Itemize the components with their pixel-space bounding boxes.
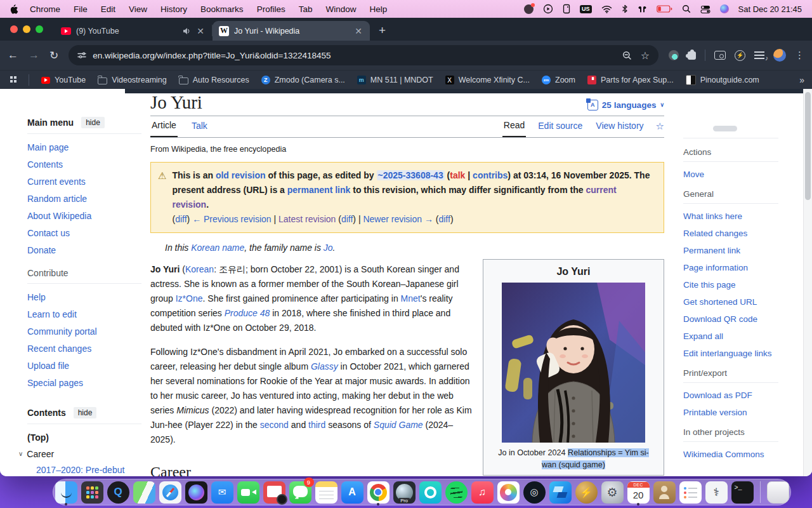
tools-link[interactable]: What links here — [683, 208, 778, 225]
sidebar-link[interactable]: Upload file — [27, 358, 141, 375]
assistant-orb-icon[interactable] — [720, 4, 729, 13]
dock-photo-booth-icon[interactable] — [263, 479, 285, 505]
sidebar-link[interactable]: Donate — [27, 242, 141, 259]
new-tab-button[interactable]: + — [379, 23, 386, 41]
tab-talk[interactable]: Talk — [190, 116, 209, 137]
tools-link[interactable]: Expand all — [683, 328, 778, 345]
address-bar[interactable]: en.wikipedia.org/w/index.php?title=Jo_Yu… — [69, 45, 658, 65]
menubar-item[interactable]: Profiles — [257, 4, 285, 14]
inline-link[interactable]: contribs — [473, 170, 508, 180]
side-panel-icon[interactable] — [714, 51, 726, 60]
menubar-item[interactable]: Chrome — [30, 4, 60, 14]
contents-hide-button[interactable]: hide — [74, 407, 97, 418]
forward-button[interactable]: → — [29, 49, 39, 62]
now-playing-icon[interactable] — [543, 4, 553, 14]
inline-link[interactable]: Iz*One — [176, 293, 203, 304]
sidebar-link[interactable]: Learn to edit — [27, 306, 141, 323]
bookmark-item[interactable]: Videostreaming — [98, 76, 167, 84]
inline-link[interactable]: Jo — [324, 243, 333, 253]
bookmark-item[interactable]: Welcome Xfinity C... — [445, 76, 530, 84]
sidebar-link[interactable]: Random article — [27, 190, 141, 208]
dock-facetime-icon[interactable] — [237, 479, 259, 505]
control-center-icon[interactable] — [700, 5, 710, 13]
tab-wikipedia[interactable]: W Jo Yuri - Wikipedia ✕ — [213, 21, 370, 41]
tools-link[interactable]: Get shortened URL — [683, 293, 778, 311]
airpods-icon[interactable] — [638, 5, 647, 13]
dock-google-earth-icon[interactable]: Pro — [393, 479, 416, 505]
dock-quicktime-icon[interactable]: Q — [107, 479, 129, 505]
dock-maps-icon[interactable] — [133, 479, 155, 505]
toc-sub-link[interactable]: 2017–2020: Pre-debut and Iz*One — [36, 464, 131, 476]
tab-youtube[interactable]: (9) YouTube ✕ — [55, 21, 212, 41]
tools-link[interactable]: Wikimedia Commons — [683, 446, 778, 463]
dock-reminders-icon[interactable] — [679, 479, 702, 505]
inline-link[interactable]: Latest revision — [278, 214, 336, 224]
sidebar-link[interactable]: Contents — [27, 156, 141, 173]
dock-shift-icon[interactable] — [549, 479, 572, 505]
sidebar-link[interactable]: Main page — [27, 139, 141, 156]
inline-link[interactable]: third — [308, 420, 325, 430]
dock-app-store-icon[interactable]: A — [341, 479, 363, 505]
dock-mail-icon[interactable]: ✉ — [211, 479, 233, 505]
dock-photos-icon[interactable] — [497, 479, 520, 505]
view-edit-source[interactable]: Edit source — [537, 116, 584, 137]
watch-star-icon[interactable]: ☆ — [656, 121, 664, 132]
profile-avatar[interactable] — [773, 49, 786, 62]
pinned-extension-icon[interactable] — [669, 50, 679, 60]
inline-link[interactable]: Newer revision → — [363, 214, 433, 224]
menubar-item[interactable]: Help — [369, 4, 387, 14]
url-text[interactable]: en.wikipedia.org/w/index.php?title=Jo_Yu… — [93, 51, 331, 60]
sidebar-link[interactable]: Current events — [27, 173, 141, 190]
extensions-puzzle-icon[interactable] — [688, 51, 696, 60]
tab-close-icon[interactable]: ✕ — [353, 26, 363, 36]
tools-collapsed-pill[interactable] — [713, 126, 737, 131]
menubar-item[interactable]: History — [160, 4, 187, 14]
site-settings-icon[interactable] — [77, 51, 86, 60]
bookmark-item[interactable]: Parts for Apex Sup... — [587, 76, 674, 84]
inline-link[interactable]: second — [260, 420, 289, 430]
inline-link[interactable]: Squid Game — [374, 420, 423, 430]
menubar-item[interactable]: Window — [325, 4, 356, 14]
minimize-window-button[interactable] — [23, 25, 30, 33]
wifi-icon[interactable] — [601, 5, 612, 13]
bookmark-item[interactable]: Zmodo (Camera s... — [261, 76, 345, 84]
inline-link[interactable]: diff — [341, 214, 353, 224]
tools-link[interactable]: Related changes — [683, 225, 778, 242]
bookmark-star-icon[interactable]: ☆ — [641, 50, 650, 62]
tools-link[interactable]: Cite this page — [683, 276, 778, 293]
bookmark-item[interactable]: Auto Resources — [179, 76, 249, 84]
inline-link[interactable]: diff — [438, 214, 450, 224]
menubar-item[interactable]: Bookmarks — [200, 4, 244, 14]
dock-find-my-icon[interactable] — [419, 479, 442, 505]
tab-close-icon[interactable]: ✕ — [195, 26, 206, 36]
sidebar-link[interactable]: Contact us — [27, 225, 141, 242]
dock-terminal-icon[interactable]: >_ — [731, 479, 754, 505]
apple-menu[interactable] — [10, 4, 18, 14]
sidebar-link[interactable]: Recent changes — [27, 340, 141, 358]
dock-chrome-icon[interactable] — [367, 479, 390, 505]
dock-settings-icon[interactable]: ⚙ — [601, 479, 624, 505]
tools-link[interactable]: Download QR code — [683, 311, 778, 328]
performance-icon[interactable]: ⚡ — [735, 50, 745, 61]
tools-link[interactable]: Download as PDF — [683, 387, 778, 404]
spotlight-icon[interactable] — [682, 4, 691, 13]
inline-link[interactable]: Korean name — [191, 243, 244, 253]
inline-link[interactable]: Mnet — [401, 293, 421, 304]
sidebar-link[interactable]: Help — [27, 289, 141, 306]
notification-app-icon[interactable] — [524, 4, 534, 14]
dock-calendar-icon[interactable]: DEC20 — [627, 479, 650, 505]
dock-music-icon[interactable]: ♫ — [471, 479, 494, 505]
toc-career-link[interactable]: ∨ Career — [27, 446, 141, 462]
bookmark-item[interactable]: Zoom — [542, 76, 575, 84]
infobox-photo[interactable] — [502, 283, 645, 443]
page-scrollbar[interactable] — [803, 89, 812, 476]
dock-zap-icon[interactable]: ⚡ — [575, 479, 598, 505]
tools-link[interactable]: Edit interlanguage links — [683, 345, 778, 362]
tools-link[interactable]: Printable version — [683, 404, 778, 421]
dock-spotify-icon[interactable] — [445, 479, 468, 505]
menubar-item[interactable]: Tab — [299, 4, 313, 14]
sidebar-link[interactable]: Special pages — [27, 375, 141, 392]
inline-link[interactable]: talk — [450, 170, 465, 180]
bookmark-item[interactable]: YouTube — [41, 76, 86, 84]
media-controls-icon[interactable] — [754, 51, 764, 59]
